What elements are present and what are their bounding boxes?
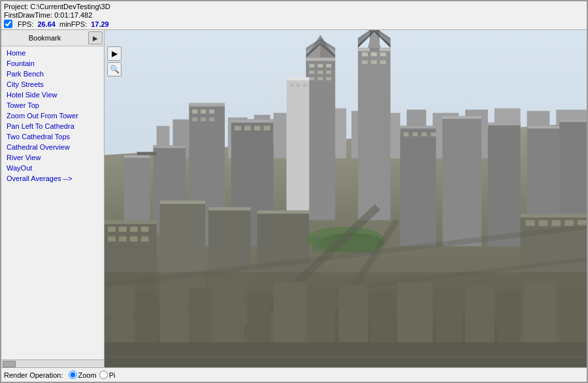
bookmark-play-button[interactable]: ▶: [88, 31, 103, 44]
city-scene: [105, 30, 587, 367]
bookmark-city-streets[interactable]: City Streets: [1, 79, 104, 90]
minfps-label: minFPS:: [59, 20, 87, 28]
draw-time-info: FirstDrawTime: 0:01:17.482: [4, 11, 584, 19]
zoom-radio[interactable]: [69, 371, 77, 379]
svg-rect-45: [309, 64, 314, 67]
svg-rect-50: [326, 71, 331, 74]
svg-rect-90: [130, 227, 138, 232]
svg-rect-125: [338, 285, 368, 344]
bookmark-pan-left-to-cathedra[interactable]: Pan Left To Cathedra: [1, 121, 104, 131]
svg-rect-69: [289, 84, 293, 87]
svg-rect-119: [160, 282, 186, 343]
zoom-option[interactable]: Zoom: [69, 371, 97, 379]
fps-value: 26.64: [37, 20, 56, 28]
svg-rect-47: [326, 64, 331, 67]
bookmark-zoom-out-from-tower[interactable]: Zoom Out From Tower: [1, 110, 104, 121]
render-operation-label: Render Operation:: [4, 371, 63, 379]
svg-rect-123: [274, 282, 306, 343]
svg-rect-61: [362, 52, 368, 56]
bookmark-two-cathedral-tops[interactable]: Two Cathedral Tops: [1, 131, 104, 142]
bookmark-overall-averages[interactable]: Overall Averages -->: [1, 173, 104, 184]
svg-rect-63: [380, 52, 386, 56]
status-bar: Render Operation: Zoom Pi: [1, 367, 587, 382]
bookmark-wayout[interactable]: WayOut: [1, 163, 104, 173]
svg-rect-71: [302, 84, 306, 87]
pi-radio[interactable]: [99, 371, 108, 379]
pi-option[interactable]: Pi: [99, 371, 116, 379]
svg-rect-65: [371, 60, 377, 64]
svg-rect-48: [309, 71, 314, 74]
svg-rect-120: [189, 288, 212, 344]
svg-rect-49: [318, 71, 323, 74]
svg-rect-36: [254, 126, 261, 131]
svg-rect-53: [326, 77, 331, 80]
svg-rect-101: [564, 220, 574, 226]
svg-rect-54: [358, 48, 391, 220]
svg-rect-29: [192, 118, 197, 122]
svg-rect-91: [141, 227, 149, 232]
bookmark-home[interactable]: Home: [1, 48, 104, 58]
bookmark-fountain[interactable]: Fountain: [1, 58, 104, 69]
bookmark-river-view[interactable]: River View: [1, 152, 104, 163]
svg-rect-77: [431, 133, 436, 137]
viewport[interactable]: [105, 30, 587, 367]
svg-rect-73: [400, 126, 436, 129]
sidebar-zoom-button[interactable]: 🔍: [107, 62, 122, 76]
svg-rect-99: [538, 220, 547, 226]
svg-rect-64: [362, 60, 368, 64]
svg-rect-104: [160, 201, 206, 204]
svg-rect-76: [421, 133, 427, 137]
svg-rect-79: [442, 116, 482, 119]
scroll-thumb[interactable]: [3, 361, 16, 367]
svg-rect-80: [488, 123, 521, 246]
svg-rect-20: [124, 155, 150, 158]
svg-rect-68: [286, 77, 309, 80]
svg-rect-75: [412, 133, 417, 137]
svg-rect-66: [380, 60, 386, 64]
svg-rect-132: [559, 288, 587, 344]
fps-checkbox[interactable]: [4, 20, 12, 28]
svg-rect-127: [397, 282, 433, 343]
left-panel: Bookmark ▶ ▶ 🔍 Home Fountain Park Bench …: [1, 30, 105, 367]
svg-rect-98: [526, 220, 535, 226]
svg-rect-92: [108, 237, 116, 242]
fps-label: FPS:: [18, 20, 33, 28]
svg-rect-31: [209, 118, 214, 122]
bookmark-hotel-side-view[interactable]: Hotel Side View: [1, 90, 104, 100]
svg-rect-124: [309, 288, 335, 344]
svg-rect-126: [371, 290, 394, 344]
minfps-value: 17.29: [91, 20, 109, 28]
svg-rect-128: [436, 288, 462, 344]
svg-rect-25: [189, 103, 225, 107]
svg-rect-81: [488, 123, 521, 125]
sidebar-play-button[interactable]: ▶: [107, 46, 122, 61]
svg-rect-52: [318, 77, 323, 80]
pi-label: Pi: [109, 371, 116, 379]
svg-rect-38: [306, 58, 335, 220]
svg-rect-70: [296, 84, 300, 87]
svg-rect-39: [306, 58, 335, 61]
svg-rect-106: [208, 207, 251, 210]
svg-rect-78: [442, 116, 482, 246]
bookmark-list: Home Fountain Park Bench City Streets Ho…: [1, 46, 104, 359]
svg-rect-33: [231, 120, 274, 123]
h-scrollbar[interactable]: [1, 359, 104, 367]
bookmark-header: Bookmark ▶: [1, 30, 104, 46]
bookmark-title: Bookmark: [1, 34, 88, 42]
svg-rect-37: [264, 126, 270, 131]
bookmark-tower-top[interactable]: Tower Top: [1, 100, 104, 110]
svg-rect-133: [105, 342, 587, 367]
svg-rect-108: [257, 210, 310, 214]
svg-rect-100: [551, 220, 561, 226]
zoom-label: Zoom: [78, 371, 97, 379]
svg-rect-93: [119, 237, 127, 242]
svg-rect-88: [108, 227, 116, 232]
svg-rect-22: [154, 145, 186, 148]
bookmark-park-bench[interactable]: Park Bench: [1, 69, 104, 79]
svg-rect-30: [201, 118, 206, 122]
svg-rect-121: [215, 285, 244, 344]
bookmark-cathedral-overview[interactable]: Cathedral Overview: [1, 142, 104, 152]
project-info: Project: C:\CurrentDevTesting\3D: [4, 3, 584, 10]
svg-rect-62: [371, 52, 377, 56]
svg-rect-72: [400, 126, 436, 246]
